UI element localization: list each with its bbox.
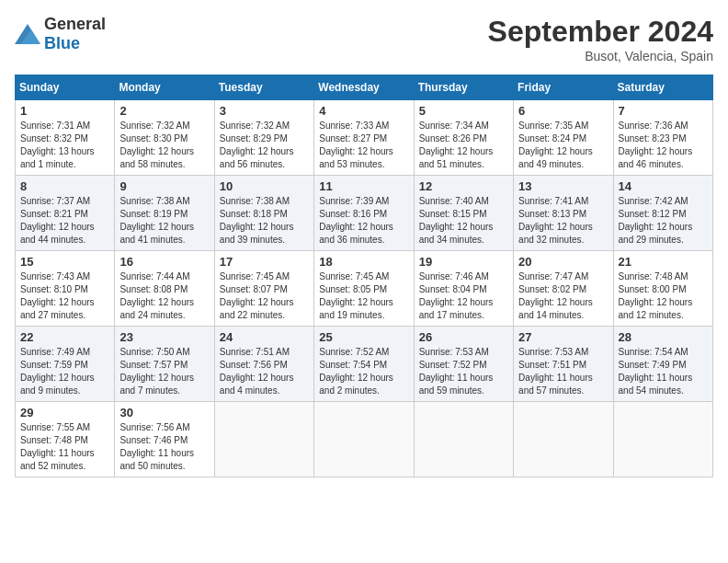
logo-general: General — [44, 15, 106, 33]
calendar-cell: 1Sunrise: 7:31 AMSunset: 8:32 PMDaylight… — [16, 100, 115, 176]
day-info: Sunrise: 7:48 AMSunset: 8:00 PMDaylight:… — [619, 270, 708, 322]
day-info: Sunrise: 7:35 AMSunset: 8:24 PMDaylight:… — [518, 120, 608, 171]
day-number: 27 — [518, 330, 608, 344]
day-info: Sunrise: 7:56 AMSunset: 7:46 PMDaylight:… — [119, 421, 209, 473]
day-number: 20 — [518, 255, 608, 269]
header-monday: Monday — [115, 75, 214, 100]
day-info: Sunrise: 7:47 AMSunset: 8:02 PMDaylight:… — [518, 270, 608, 322]
day-number: 30 — [119, 406, 209, 419]
day-info: Sunrise: 7:51 AMSunset: 7:56 PMDaylight:… — [220, 346, 309, 397]
day-number: 1 — [20, 104, 109, 118]
calendar-cell: 9Sunrise: 7:38 AMSunset: 8:19 PMDaylight… — [115, 176, 214, 251]
calendar-cell: 8Sunrise: 7:37 AMSunset: 8:21 PMDaylight… — [16, 176, 115, 251]
location-title: Busot, Valencia, Spain — [488, 49, 713, 63]
calendar-cell: 28Sunrise: 7:54 AMSunset: 7:49 PMDayligh… — [613, 327, 712, 402]
day-number: 13 — [518, 179, 608, 193]
day-number: 17 — [220, 255, 309, 269]
day-number: 25 — [319, 330, 408, 344]
day-info: Sunrise: 7:39 AMSunset: 8:16 PMDaylight:… — [319, 195, 408, 247]
day-info: Sunrise: 7:43 AMSunset: 8:10 PMDaylight:… — [20, 270, 109, 322]
day-info: Sunrise: 7:44 AMSunset: 8:08 PMDaylight:… — [119, 270, 209, 322]
day-info: Sunrise: 7:32 AMSunset: 8:30 PMDaylight:… — [119, 120, 209, 171]
calendar-cell: 24Sunrise: 7:51 AMSunset: 7:56 PMDayligh… — [214, 327, 313, 402]
logo-blue: Blue — [44, 34, 80, 52]
calendar-cell: 21Sunrise: 7:48 AMSunset: 8:00 PMDayligh… — [613, 251, 712, 327]
calendar-cell: 14Sunrise: 7:42 AMSunset: 8:12 PMDayligh… — [613, 176, 712, 251]
calendar-cell: 17Sunrise: 7:45 AMSunset: 8:07 PMDayligh… — [214, 251, 313, 327]
day-info: Sunrise: 7:49 AMSunset: 7:59 PMDaylight:… — [20, 346, 109, 397]
day-number: 23 — [119, 330, 209, 344]
calendar-cell — [314, 402, 414, 477]
header-saturday: Saturday — [613, 75, 712, 100]
day-number: 29 — [20, 406, 109, 419]
calendar-cell: 26Sunrise: 7:53 AMSunset: 7:52 PMDayligh… — [414, 327, 513, 402]
day-number: 11 — [319, 179, 408, 193]
header-thursday: Thursday — [414, 75, 513, 100]
day-number: 18 — [319, 255, 408, 269]
day-number: 22 — [20, 330, 109, 344]
day-number: 4 — [319, 104, 408, 118]
day-number: 2 — [119, 104, 209, 118]
calendar-cell: 7Sunrise: 7:36 AMSunset: 8:23 PMDaylight… — [613, 100, 712, 176]
calendar-cell — [514, 402, 613, 477]
day-number: 26 — [419, 330, 508, 344]
logo: General Blue — [15, 15, 106, 53]
calendar-header-row: SundayMondayTuesdayWednesdayThursdayFrid… — [16, 75, 713, 100]
day-info: Sunrise: 7:32 AMSunset: 8:29 PMDaylight:… — [220, 120, 309, 171]
calendar-cell: 16Sunrise: 7:44 AMSunset: 8:08 PMDayligh… — [115, 251, 214, 327]
calendar-cell: 20Sunrise: 7:47 AMSunset: 8:02 PMDayligh… — [514, 251, 613, 327]
calendar-cell: 22Sunrise: 7:49 AMSunset: 7:59 PMDayligh… — [16, 327, 115, 402]
calendar-cell: 5Sunrise: 7:34 AMSunset: 8:26 PMDaylight… — [414, 100, 513, 176]
calendar-cell: 15Sunrise: 7:43 AMSunset: 8:10 PMDayligh… — [16, 251, 115, 327]
header-sunday: Sunday — [16, 75, 115, 100]
day-number: 14 — [619, 179, 708, 193]
day-info: Sunrise: 7:34 AMSunset: 8:26 PMDaylight:… — [419, 120, 508, 171]
calendar-cell: 3Sunrise: 7:32 AMSunset: 8:29 PMDaylight… — [214, 100, 313, 176]
day-number: 7 — [619, 104, 708, 118]
day-info: Sunrise: 7:38 AMSunset: 8:19 PMDaylight:… — [119, 195, 209, 247]
day-info: Sunrise: 7:55 AMSunset: 7:48 PMDaylight:… — [20, 421, 109, 473]
day-info: Sunrise: 7:38 AMSunset: 8:18 PMDaylight:… — [220, 195, 309, 247]
day-info: Sunrise: 7:45 AMSunset: 8:05 PMDaylight:… — [319, 270, 408, 322]
day-number: 9 — [119, 179, 209, 193]
calendar-cell: 27Sunrise: 7:53 AMSunset: 7:51 PMDayligh… — [514, 327, 613, 402]
calendar-table: SundayMondayTuesdayWednesdayThursdayFrid… — [15, 75, 713, 477]
header-friday: Friday — [514, 75, 613, 100]
header-wednesday: Wednesday — [314, 75, 414, 100]
day-info: Sunrise: 7:53 AMSunset: 7:52 PMDaylight:… — [419, 346, 508, 397]
calendar-cell: 29Sunrise: 7:55 AMSunset: 7:48 PMDayligh… — [16, 402, 115, 477]
page-header: General Blue September 2024 Busot, Valen… — [15, 15, 713, 63]
day-info: Sunrise: 7:40 AMSunset: 8:15 PMDaylight:… — [419, 195, 508, 247]
day-number: 15 — [20, 255, 109, 269]
calendar-cell: 25Sunrise: 7:52 AMSunset: 7:54 PMDayligh… — [314, 327, 414, 402]
day-info: Sunrise: 7:36 AMSunset: 8:23 PMDaylight:… — [619, 120, 708, 171]
title-block: September 2024 Busot, Valencia, Spain — [488, 15, 713, 63]
day-number: 8 — [20, 179, 109, 193]
day-number: 24 — [220, 330, 309, 344]
calendar-cell: 2Sunrise: 7:32 AMSunset: 8:30 PMDaylight… — [115, 100, 214, 176]
calendar-cell: 13Sunrise: 7:41 AMSunset: 8:13 PMDayligh… — [514, 176, 613, 251]
calendar-week-5: 29Sunrise: 7:55 AMSunset: 7:48 PMDayligh… — [16, 402, 713, 477]
calendar-cell: 4Sunrise: 7:33 AMSunset: 8:27 PMDaylight… — [314, 100, 414, 176]
calendar-cell: 6Sunrise: 7:35 AMSunset: 8:24 PMDaylight… — [514, 100, 613, 176]
day-info: Sunrise: 7:53 AMSunset: 7:51 PMDaylight:… — [518, 346, 608, 397]
calendar-cell — [414, 402, 513, 477]
calendar-cell: 23Sunrise: 7:50 AMSunset: 7:57 PMDayligh… — [115, 327, 214, 402]
calendar-cell: 30Sunrise: 7:56 AMSunset: 7:46 PMDayligh… — [115, 402, 214, 477]
day-info: Sunrise: 7:41 AMSunset: 8:13 PMDaylight:… — [518, 195, 608, 247]
logo-icon — [15, 24, 40, 44]
calendar-cell: 19Sunrise: 7:46 AMSunset: 8:04 PMDayligh… — [414, 251, 513, 327]
day-info: Sunrise: 7:31 AMSunset: 8:32 PMDaylight:… — [20, 120, 109, 171]
header-tuesday: Tuesday — [214, 75, 313, 100]
calendar-week-1: 1Sunrise: 7:31 AMSunset: 8:32 PMDaylight… — [16, 100, 713, 176]
calendar-week-3: 15Sunrise: 7:43 AMSunset: 8:10 PMDayligh… — [16, 251, 713, 327]
day-info: Sunrise: 7:42 AMSunset: 8:12 PMDaylight:… — [619, 195, 708, 247]
calendar-cell — [613, 402, 712, 477]
calendar-cell: 12Sunrise: 7:40 AMSunset: 8:15 PMDayligh… — [414, 176, 513, 251]
month-title: September 2024 — [488, 15, 713, 49]
day-number: 10 — [220, 179, 309, 193]
day-number: 12 — [419, 179, 508, 193]
day-info: Sunrise: 7:52 AMSunset: 7:54 PMDaylight:… — [319, 346, 408, 397]
calendar-week-4: 22Sunrise: 7:49 AMSunset: 7:59 PMDayligh… — [16, 327, 713, 402]
day-number: 16 — [119, 255, 209, 269]
